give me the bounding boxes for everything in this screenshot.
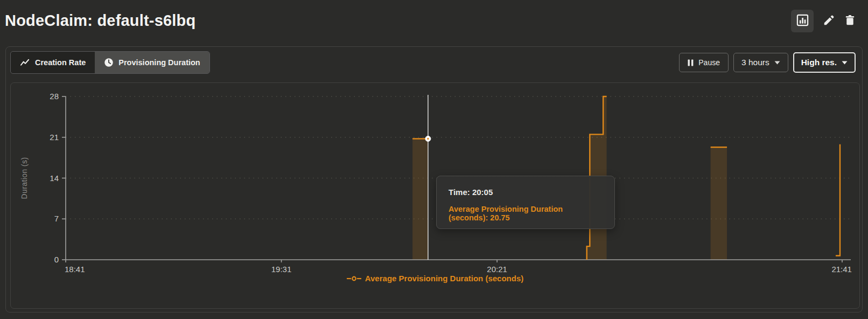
caret-down-icon bbox=[842, 61, 848, 65]
clock-icon bbox=[104, 58, 114, 67]
tab-creation-rate[interactable]: Creation Rate bbox=[11, 52, 95, 73]
chart-area[interactable]: 0714212818:4119:3120:2121:41Duration (s)… bbox=[10, 82, 860, 309]
svg-text:14: 14 bbox=[50, 174, 59, 183]
legend-label: Average Provisioning Duration (seconds) bbox=[365, 274, 524, 283]
page-title: NodeClaim: default-s6lbq bbox=[5, 12, 195, 30]
svg-text:21:41: 21:41 bbox=[831, 265, 852, 274]
svg-text:18:41: 18:41 bbox=[65, 265, 85, 274]
legend-item-avg-provisioning-duration[interactable]: Average Provisioning Duration (seconds) bbox=[347, 274, 524, 283]
line-circle-marker-icon bbox=[347, 275, 361, 282]
svg-text:21: 21 bbox=[50, 133, 59, 142]
svg-text:20:21: 20:21 bbox=[487, 265, 507, 274]
chart-tooltip: Time: 20:05 Average Provisioning Duratio… bbox=[436, 176, 615, 229]
svg-text:0: 0 bbox=[54, 255, 59, 264]
svg-text:19:31: 19:31 bbox=[271, 265, 292, 274]
delete-button[interactable] bbox=[844, 14, 856, 28]
pause-button[interactable]: Pause bbox=[679, 53, 729, 72]
resolution-label: High res. bbox=[801, 58, 837, 67]
chart-legend: Average Provisioning Duration (seconds) bbox=[11, 274, 859, 283]
bar-chart-icon bbox=[795, 13, 810, 29]
chart-panel: Creation Rate Provisioning Duration bbox=[5, 46, 863, 313]
trash-icon bbox=[844, 14, 856, 28]
tooltip-value: Average Provisioning Duration (seconds):… bbox=[449, 205, 603, 222]
time-range-dropdown[interactable]: 3 hours bbox=[733, 53, 788, 72]
chart-type-tabs: Creation Rate Provisioning Duration bbox=[10, 51, 210, 74]
resolution-dropdown[interactable]: High res. bbox=[793, 52, 856, 73]
svg-text:28: 28 bbox=[50, 92, 59, 101]
pencil-icon bbox=[822, 14, 835, 29]
svg-text:7: 7 bbox=[54, 214, 59, 223]
toolbar-right: Pause 3 hours High res. bbox=[679, 51, 856, 74]
svg-text:Duration (s): Duration (s) bbox=[20, 157, 29, 199]
tab-label: Provisioning Duration bbox=[118, 58, 200, 67]
pause-label: Pause bbox=[698, 58, 720, 67]
trend-line-icon bbox=[20, 58, 30, 67]
header-actions bbox=[791, 10, 856, 32]
tooltip-time: Time: 20:05 bbox=[449, 188, 603, 197]
chart-toggle-button[interactable] bbox=[791, 10, 814, 32]
tab-label: Creation Rate bbox=[35, 58, 86, 67]
pause-icon bbox=[688, 59, 694, 66]
caret-down-icon bbox=[774, 61, 780, 65]
tab-provisioning-duration[interactable]: Provisioning Duration bbox=[95, 52, 209, 73]
edit-button[interactable] bbox=[822, 14, 835, 29]
header: NodeClaim: default-s6lbq bbox=[0, 0, 868, 42]
time-range-label: 3 hours bbox=[741, 58, 769, 67]
panel-toolbar: Creation Rate Provisioning Duration bbox=[6, 47, 862, 78]
